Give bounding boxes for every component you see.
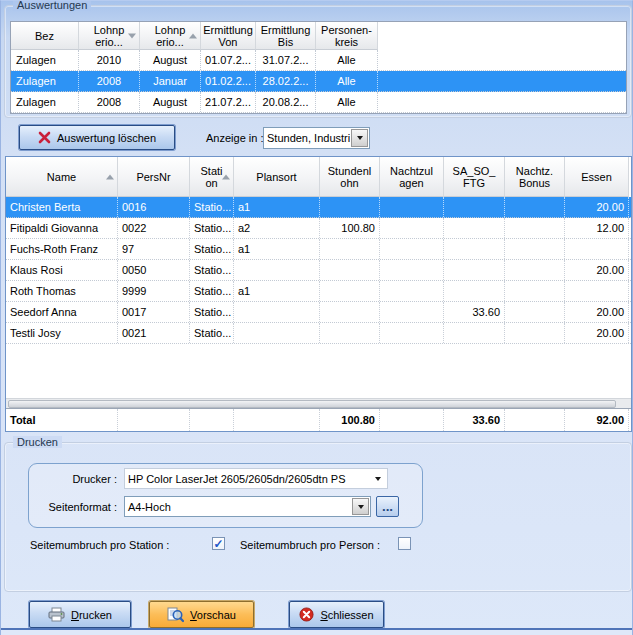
table-row[interactable]: Testli Josy0021Statio...20.00 <box>6 323 631 344</box>
horizontal-scrollbar-thumb[interactable] <box>8 400 616 408</box>
column-header-label: Ermittlung Bis <box>260 24 312 48</box>
delete-evaluation-button[interactable]: Auswertung löschen <box>19 125 175 150</box>
table-cell: 01.07.2... <box>201 50 256 70</box>
table-cell: Statio... <box>190 260 234 280</box>
table-cell <box>234 302 320 322</box>
total-cell <box>380 409 444 431</box>
column-header[interactable]: Plansort <box>234 157 320 197</box>
printer-value: HP Color LaserJet 2605/2605dn/2605dtn PS <box>125 469 369 488</box>
table-cell: 20.08.2... <box>256 92 316 112</box>
table-row[interactable]: Zulagen2008August21.07.2...20.08.2...All… <box>11 92 626 113</box>
column-header[interactable]: SA_SO_FTG <box>444 157 505 197</box>
table-cell <box>380 323 444 343</box>
table-cell: a1 <box>234 281 320 301</box>
column-header[interactable]: PersNr <box>118 157 190 197</box>
table-cell: 31.07.2... <box>256 50 316 70</box>
total-cell <box>234 409 320 431</box>
table-cell: 100.80 <box>320 218 380 238</box>
column-header[interactable]: Nachtz. Bonus <box>505 157 565 197</box>
results-grid: NamePersNrStationPlansortStundenlohnNach… <box>5 156 632 432</box>
table-cell <box>505 197 565 217</box>
table-row[interactable]: Roth Thomas9999Statio...a1 <box>6 281 631 302</box>
table-cell: Statio... <box>190 281 234 301</box>
table-cell: Alle <box>316 92 378 112</box>
table-cell <box>380 281 444 301</box>
printer-dropdown-button[interactable] <box>369 469 387 488</box>
table-cell: 0050 <box>118 260 190 280</box>
page-break-station-checkbox[interactable] <box>212 537 225 550</box>
table-cell <box>444 281 505 301</box>
table-cell <box>444 260 505 280</box>
table-cell <box>380 239 444 259</box>
horizontal-scrollbar[interactable] <box>6 398 631 408</box>
column-header-label: Essen <box>581 171 612 183</box>
column-header-label: Name <box>47 171 76 183</box>
table-cell: 20.00 <box>565 197 629 217</box>
table-row[interactable]: Klaus Rosi0050Statio...20.00 <box>6 260 631 281</box>
table-cell <box>380 260 444 280</box>
page-break-person-checkbox[interactable] <box>398 537 411 550</box>
table-cell: 20.00 <box>565 260 629 280</box>
table-cell: 0022 <box>118 218 190 238</box>
table-cell <box>505 239 565 259</box>
sort-ascending-icon <box>189 33 197 38</box>
table-row[interactable]: Fitipaldi Giovanna0022Statio...a2100.801… <box>6 218 631 239</box>
table-row[interactable]: Zulagen2008Januar01.02.2...28.02.2...All… <box>11 71 626 92</box>
print-button-label: Drucken <box>71 609 112 621</box>
print-button[interactable]: Drucken <box>29 601 131 628</box>
page-format-combobox[interactable]: A4-Hoch <box>124 496 371 517</box>
window-bottom-padding <box>1 630 632 635</box>
page-break-person-label: Seitemumbruch pro Person : <box>240 539 380 551</box>
table-cell: 33.60 <box>444 302 505 322</box>
table-row[interactable]: Seedorf Anna0017Statio...33.6020.00 <box>6 302 631 323</box>
column-header[interactable]: Station <box>190 157 234 197</box>
column-header-label: SA_SO_FTG <box>452 165 496 189</box>
auswertungen-group-label: Auswertungen <box>13 0 91 11</box>
table-cell: August <box>140 50 201 70</box>
close-button[interactable]: Schliessen <box>289 601 384 628</box>
table-cell <box>505 218 565 238</box>
column-header[interactable]: Name <box>6 157 118 197</box>
close-circle-x-icon <box>299 607 314 622</box>
column-header[interactable]: Lohnperio... <box>79 22 140 50</box>
page-format-dropdown-button[interactable] <box>352 498 369 515</box>
table-row[interactable]: Fuchs-Roth Franz97Statio...a1 <box>6 239 631 260</box>
table-cell <box>234 260 320 280</box>
column-header[interactable]: Stundenlohn <box>320 157 380 197</box>
column-header[interactable]: Personen-kreis <box>316 22 378 50</box>
table-row[interactable]: Zulagen2010August01.07.2...31.07.2...All… <box>11 50 626 71</box>
table-cell: Statio... <box>190 197 234 217</box>
printer-combobox[interactable]: HP Color LaserJet 2605/2605dn/2605dtn PS <box>124 468 388 489</box>
preview-button[interactable]: Vorschau <box>149 601 254 628</box>
page-format-browse-button[interactable]: ... <box>376 496 399 517</box>
sort-ascending-icon <box>106 174 114 179</box>
display-in-combobox[interactable]: Stunden, Industrier <box>263 127 370 149</box>
column-header[interactable]: Nachtzulagen <box>380 157 444 197</box>
column-header[interactable]: Lohnperio... <box>140 22 201 50</box>
table-cell <box>565 281 629 301</box>
column-header[interactable]: Ermittlung Von <box>201 22 256 50</box>
display-in-dropdown-button[interactable] <box>351 129 368 147</box>
total-cell: Total <box>6 409 118 431</box>
table-row[interactable]: Christen Berta0016Statio...a120.00 <box>6 197 631 218</box>
column-header[interactable]: Essen <box>565 157 629 197</box>
table-cell <box>320 260 380 280</box>
column-header[interactable]: Ermittlung Bis <box>256 22 316 50</box>
table-cell: 20.00 <box>565 302 629 322</box>
total-cell <box>118 409 190 431</box>
column-header-label: Lohnperio... <box>153 24 187 48</box>
chevron-down-icon <box>357 136 363 140</box>
table-cell: Januar <box>140 71 201 91</box>
preview-magnifier-icon <box>167 607 184 623</box>
total-cell <box>190 409 234 431</box>
column-header-label: Lohnperio... <box>92 24 126 48</box>
evaluations-table: BezLohnperio...Lohnperio...Ermittlung Vo… <box>10 21 627 114</box>
column-header[interactable]: Bez <box>11 22 79 50</box>
total-cell: 100.80 <box>320 409 380 431</box>
column-header-label: Plansort <box>256 171 296 183</box>
table-cell: Alle <box>316 50 378 70</box>
table-cell <box>320 323 380 343</box>
total-cell <box>505 409 565 431</box>
column-header-label: Nachtz. Bonus <box>511 165 559 189</box>
preview-button-label: Vorschau <box>190 609 236 621</box>
